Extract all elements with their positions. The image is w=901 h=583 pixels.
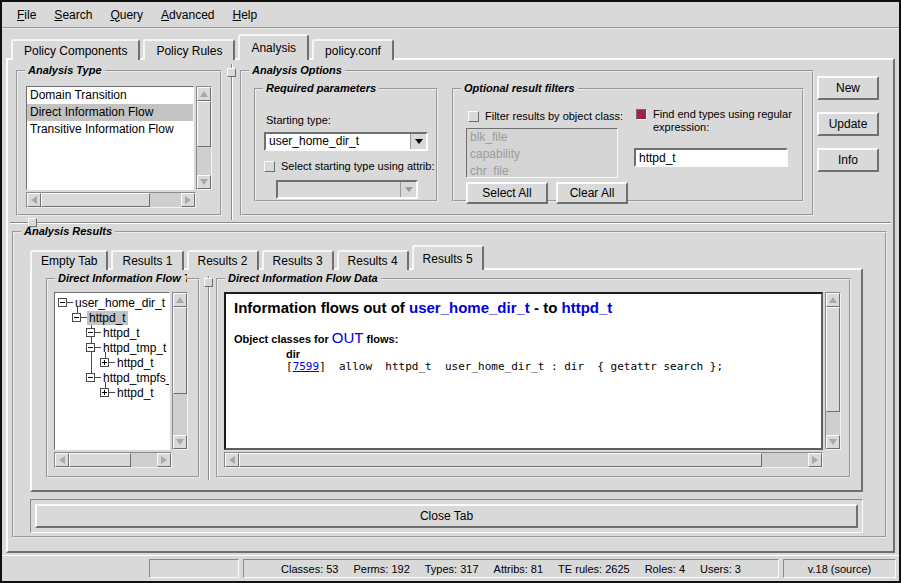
object-class-checkbox[interactable] [468, 111, 479, 122]
tree-node[interactable]: httpd_t [55, 355, 169, 370]
tree-node-label[interactable]: httpd_t [101, 326, 142, 340]
expander-minus-icon[interactable] [58, 298, 67, 307]
menu-file[interactable]: File [8, 5, 45, 25]
scroll-right-icon[interactable] [808, 453, 822, 467]
menu-advanced[interactable]: Advanced [152, 5, 223, 25]
object-class-checkbox-label[interactable]: Filter results by object class: [485, 110, 623, 123]
select-all-button[interactable]: Select All [466, 182, 548, 204]
tab-policy-components[interactable]: Policy Components [11, 39, 140, 60]
results-sash-handle[interactable] [204, 278, 213, 287]
tab-analysis[interactable]: Analysis [238, 34, 309, 60]
regex-checkbox[interactable] [636, 109, 647, 120]
scroll-up-icon[interactable] [826, 293, 840, 307]
analysis-type-hscrollbar[interactable] [26, 192, 196, 208]
tree-vscrollbar[interactable] [172, 292, 188, 450]
tree-node-label[interactable]: httpd_t [115, 356, 156, 370]
scroll-right-icon[interactable] [157, 453, 171, 467]
tree-node-label[interactable]: httpd_t [87, 311, 128, 325]
scroll-trough[interactable] [173, 307, 187, 435]
tree-node-label[interactable]: user_home_dir_t [73, 296, 167, 310]
analysis-type-vscrollbar[interactable] [196, 86, 212, 190]
tab-empty[interactable]: Empty Tab [30, 250, 108, 270]
scroll-thumb[interactable] [173, 307, 187, 394]
pane-sash-vertical[interactable] [231, 64, 233, 220]
tree-node[interactable]: httpd_tmp_t [55, 340, 169, 355]
tree-node-label[interactable]: httpd_tmpfs_t [101, 371, 170, 385]
pane-sash-handle[interactable] [28, 218, 37, 227]
flow-data-textarea[interactable]: Information flows out of user_home_dir_t… [224, 292, 823, 450]
heading-prefix: Information flows out of [234, 299, 409, 316]
close-tab-button[interactable]: Close Tab [35, 504, 858, 528]
tab-results-2[interactable]: Results 2 [187, 250, 259, 270]
analysis-type-listbox[interactable]: Domain Transition Direct Information Flo… [26, 86, 194, 190]
expander-plus-icon[interactable] [100, 358, 109, 367]
scroll-thumb[interactable] [197, 101, 211, 147]
scroll-right-icon[interactable] [181, 193, 195, 207]
data-hscrollbar[interactable] [224, 452, 823, 468]
list-item[interactable]: Domain Transition [27, 87, 193, 104]
menu-help[interactable]: Help [223, 5, 266, 25]
tab-results-4[interactable]: Results 4 [337, 250, 409, 270]
menu-query[interactable]: Query [101, 5, 152, 25]
attrib-checkbox-label[interactable]: Select starting type using attrib: [281, 160, 434, 173]
info-button[interactable]: Info [817, 148, 879, 172]
scroll-thumb[interactable] [69, 453, 131, 467]
rule-id-link[interactable]: 7599 [293, 360, 320, 373]
scroll-thumb[interactable] [826, 307, 840, 412]
new-button[interactable]: New [817, 76, 879, 100]
scroll-up-icon[interactable] [197, 87, 211, 101]
scroll-down-icon[interactable] [826, 435, 840, 449]
scroll-down-icon[interactable] [197, 175, 211, 189]
scroll-trough[interactable] [41, 193, 181, 207]
expander-minus-icon[interactable] [72, 313, 81, 322]
tree-node[interactable]: user_home_dir_t [55, 295, 169, 310]
expander-plus-icon[interactable] [100, 388, 109, 397]
tree-node[interactable]: httpd_t [55, 385, 169, 400]
scroll-trough[interactable] [69, 453, 157, 467]
rule-body: allow httpd_t user_home_dir_t : dir { ge… [326, 360, 723, 373]
expander-minus-icon[interactable] [86, 373, 95, 382]
pane-sash-horizontal[interactable] [10, 222, 891, 224]
update-button[interactable]: Update [817, 112, 879, 136]
combo-dropdown-icon[interactable] [410, 134, 426, 149]
regex-checkbox-label[interactable]: Find end types using regular expression: [653, 108, 796, 134]
tab-policy-rules[interactable]: Policy Rules [143, 39, 235, 60]
tab-results-5[interactable]: Results 5 [412, 245, 484, 270]
scroll-down-icon[interactable] [173, 435, 187, 449]
list-item[interactable]: Transitive Information Flow [27, 121, 193, 138]
list-item[interactable]: Direct Information Flow [27, 104, 193, 121]
flow-tree[interactable]: user_home_dir_t httpd_t httpd_t httpd_tm… [54, 292, 170, 450]
scroll-trough[interactable] [197, 101, 211, 175]
tree-node[interactable]: httpd_tmpfs_t [55, 370, 169, 385]
scroll-thumb[interactable] [41, 193, 150, 207]
tree-node[interactable]: httpd_t [55, 325, 169, 340]
tab-results-1[interactable]: Results 1 [111, 250, 183, 270]
expander-minus-icon[interactable] [86, 343, 95, 352]
stat-types: Types: 317 [425, 563, 479, 575]
expander-minus-icon[interactable] [86, 328, 95, 337]
tree-hscrollbar[interactable] [54, 452, 172, 468]
scroll-left-icon[interactable] [27, 193, 41, 207]
scroll-up-icon[interactable] [173, 293, 187, 307]
scroll-trough[interactable] [826, 307, 840, 435]
list-item: capability [467, 146, 617, 163]
rule-bracket: ] [319, 360, 326, 373]
scroll-thumb[interactable] [239, 453, 762, 467]
scroll-left-icon[interactable] [55, 453, 69, 467]
pane-sash-handle[interactable] [227, 68, 236, 77]
tab-policy-conf[interactable]: policy.conf [312, 39, 394, 60]
tab-results-3[interactable]: Results 3 [262, 250, 334, 270]
results-sash-vertical[interactable] [208, 276, 210, 480]
scroll-trough[interactable] [239, 453, 808, 467]
data-vscrollbar[interactable] [825, 292, 841, 450]
tree-node-label[interactable]: httpd_tmp_t [101, 341, 168, 355]
list-item: chr_file [467, 163, 617, 178]
menu-search[interactable]: Search [45, 5, 101, 25]
starting-type-combobox[interactable]: user_home_dir_t [264, 132, 428, 151]
clear-all-button[interactable]: Clear All [556, 182, 628, 204]
tree-node[interactable]: httpd_t [55, 310, 169, 325]
attrib-checkbox[interactable] [264, 161, 275, 172]
tree-node-label[interactable]: httpd_t [115, 386, 156, 400]
regex-input[interactable] [634, 148, 788, 167]
scroll-left-icon[interactable] [225, 453, 239, 467]
